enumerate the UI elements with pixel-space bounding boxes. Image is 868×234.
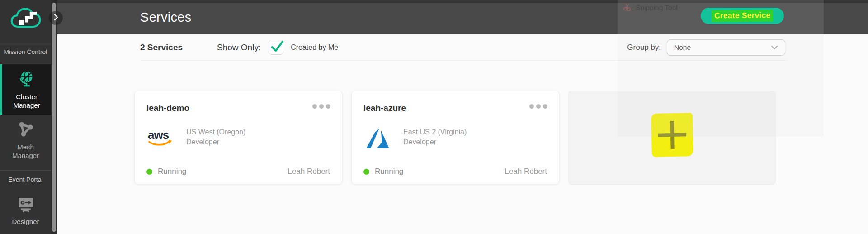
sidebar-scrollbar-track[interactable] <box>51 0 57 234</box>
service-status: Running <box>158 167 186 176</box>
chevron-down-icon <box>771 43 778 52</box>
service-owner: Leah Robert <box>288 167 330 176</box>
service-card-leah-demo[interactable]: leah-demo aws US West (Oregon) Developer… <box>134 91 342 184</box>
sidebar: Mission Control Cluster Manager <box>0 0 51 234</box>
service-card-leah-azure[interactable]: leah-azure East US 2 (Virginia) Develope… <box>351 91 559 184</box>
sidebar-item-designer[interactable]: Designer <box>0 192 51 231</box>
sidebar-section-mission-control: Mission Control <box>0 48 51 55</box>
dot-icon <box>312 104 317 109</box>
services-count: 2 Services <box>140 43 183 53</box>
created-by-me-checkbox[interactable] <box>269 40 283 55</box>
sidebar-divider <box>0 170 51 171</box>
dot-icon <box>326 104 330 109</box>
plus-icon-yellow-marker-annotation[interactable] <box>651 113 693 157</box>
service-name: leah-demo <box>146 103 330 114</box>
sidebar-item-cluster-manager[interactable]: Cluster Manager <box>0 64 51 115</box>
service-owner: Leah Robert <box>505 167 547 176</box>
designer-monitor-icon <box>16 197 35 215</box>
sidebar-item-label: Cluster Manager <box>2 93 51 110</box>
status-running-dot <box>146 169 152 175</box>
dot-icon <box>319 104 324 109</box>
sidebar-item-label: Designer <box>7 218 43 226</box>
service-plan: Developer <box>403 137 467 147</box>
dot-icon <box>529 104 534 109</box>
card-menu-button[interactable] <box>312 104 330 109</box>
services-card-grid: leah-demo aws US West (Oregon) Developer… <box>134 91 776 185</box>
chevron-right-icon <box>54 14 58 23</box>
service-name: leah-azure <box>363 103 547 114</box>
create-service-label-highlight: Create Service <box>712 10 774 22</box>
group-by-label: Group by: <box>627 43 661 52</box>
svg-text:aws: aws <box>148 128 169 142</box>
sidebar-scrollbar-thumb[interactable] <box>52 3 56 232</box>
solace-cloud-logo-icon[interactable] <box>0 6 51 30</box>
mesh-nodes-icon <box>17 121 34 140</box>
sidebar-item-label: Mesh Manager <box>0 143 51 160</box>
sidebar-item-mesh-manager[interactable]: Mesh Manager <box>0 115 51 166</box>
card-menu-button[interactable] <box>529 104 547 109</box>
aws-logo-icon: aws <box>146 127 175 147</box>
status-running-dot <box>363 169 369 175</box>
dot-icon <box>536 104 541 109</box>
group-by-dropdown[interactable]: None <box>667 39 785 56</box>
created-by-me-label: Created by Me <box>291 43 338 52</box>
dot-icon <box>543 104 547 109</box>
add-service-card[interactable] <box>568 91 776 185</box>
services-toolbar: 2 Services Show Only: Created by Me Grou… <box>140 34 785 61</box>
azure-logo-icon <box>363 127 392 149</box>
globe-icon <box>18 70 36 90</box>
sidebar-divider <box>0 44 51 44</box>
group-by-selected-value: None <box>674 43 691 52</box>
sidebar-expand-button[interactable] <box>49 11 63 25</box>
page-title: Services <box>140 9 192 26</box>
service-plan: Developer <box>186 137 245 147</box>
sidebar-section-event-portal: Event Portal <box>0 176 51 183</box>
service-status: Running <box>375 167 403 176</box>
show-only-label: Show Only: <box>217 43 261 53</box>
create-service-button[interactable]: Create Service <box>701 8 784 24</box>
service-region: East US 2 (Virginia) <box>403 127 467 137</box>
header-top-strip <box>57 0 868 3</box>
service-region: US West (Oregon) <box>186 127 245 137</box>
